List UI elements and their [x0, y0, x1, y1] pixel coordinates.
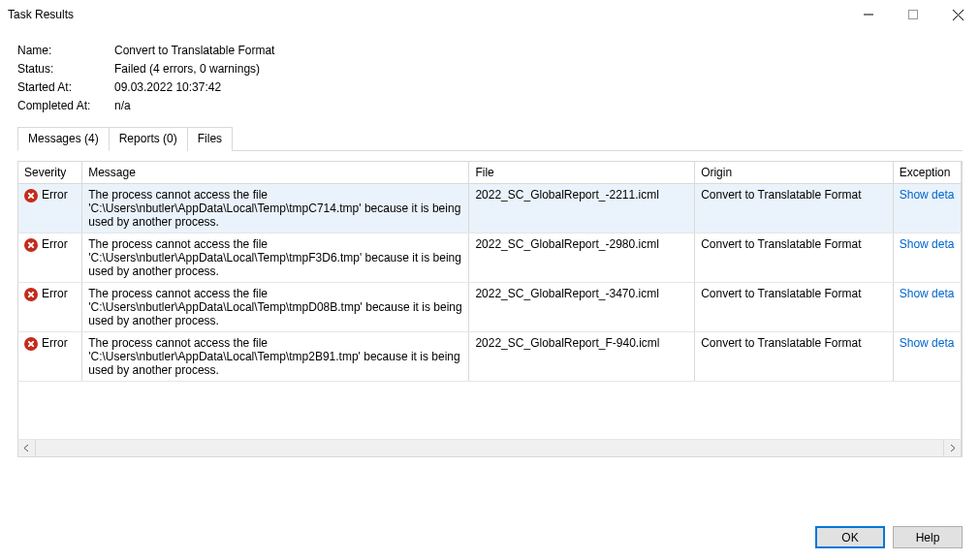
- error-icon: [24, 189, 38, 202]
- grid-empty-area: [18, 382, 962, 440]
- message-cell: The process cannot access the file 'C:\U…: [82, 332, 469, 382]
- help-button[interactable]: Help: [893, 526, 963, 548]
- table-row[interactable]: ErrorThe process cannot access the file …: [18, 332, 962, 382]
- message-cell: The process cannot access the file 'C:\U…: [82, 283, 469, 332]
- file-cell: 2022_SC_GlobalReport_F-940.icml: [469, 332, 695, 382]
- window-title: Task Results: [8, 8, 846, 21]
- scroll-track[interactable]: [36, 440, 943, 456]
- file-cell: 2022_SC_GlobalReport_-3470.icml: [469, 283, 695, 332]
- svg-rect-1: [909, 11, 918, 19]
- show-details-link[interactable]: Show deta: [900, 336, 955, 350]
- maximize-button[interactable]: [891, 0, 935, 29]
- messages-table: Severity Message File Origin Exception E…: [17, 161, 962, 440]
- error-icon: [24, 337, 38, 351]
- origin-cell: Convert to Translatable Format: [695, 184, 894, 233]
- table-row[interactable]: ErrorThe process cannot access the file …: [18, 184, 962, 233]
- status-value: Failed (4 errors, 0 warnings): [114, 62, 260, 76]
- error-icon: [24, 238, 38, 252]
- error-icon: [24, 288, 38, 301]
- name-label: Name:: [17, 44, 114, 57]
- col-origin[interactable]: Origin: [695, 162, 894, 184]
- severity-text: Error: [42, 188, 68, 202]
- status-label: Status:: [17, 62, 114, 76]
- horizontal-scrollbar[interactable]: [17, 440, 962, 457]
- tabstrip: Messages (4) Reports (0) Files: [17, 126, 963, 151]
- file-cell: 2022_SC_GlobalReport_-2211.icml: [469, 184, 695, 233]
- name-value: Convert to Translatable Format: [114, 44, 274, 57]
- message-cell: The process cannot access the file 'C:\U…: [82, 233, 469, 283]
- scroll-left-icon[interactable]: [18, 440, 36, 456]
- col-severity[interactable]: Severity: [18, 162, 82, 184]
- message-cell: The process cannot access the file 'C:\U…: [82, 184, 469, 233]
- close-button[interactable]: [935, 0, 980, 29]
- ok-button[interactable]: OK: [815, 526, 885, 548]
- titlebar: Task Results: [0, 0, 980, 29]
- severity-text: Error: [42, 336, 68, 350]
- col-exception[interactable]: Exception: [893, 162, 961, 184]
- minimize-button[interactable]: [846, 0, 891, 29]
- severity-text: Error: [42, 237, 68, 251]
- tab-files[interactable]: Files: [187, 127, 233, 151]
- col-message[interactable]: Message: [82, 162, 469, 184]
- tab-messages[interactable]: Messages (4): [17, 127, 110, 151]
- started-label: Started At:: [17, 80, 114, 94]
- origin-cell: Convert to Translatable Format: [695, 233, 894, 283]
- table-row[interactable]: ErrorThe process cannot access the file …: [18, 233, 962, 283]
- col-file[interactable]: File: [469, 162, 695, 184]
- file-cell: 2022_SC_GlobalReport_-2980.icml: [469, 233, 695, 283]
- scroll-right-icon[interactable]: [943, 440, 961, 456]
- table-row[interactable]: ErrorThe process cannot access the file …: [18, 283, 962, 332]
- tab-reports[interactable]: Reports (0): [109, 127, 188, 151]
- started-value: 09.03.2022 10:37:42: [114, 80, 221, 94]
- completed-label: Completed At:: [17, 99, 114, 112]
- show-details-link[interactable]: Show deta: [900, 287, 955, 300]
- origin-cell: Convert to Translatable Format: [695, 332, 894, 382]
- severity-text: Error: [42, 287, 68, 300]
- show-details-link[interactable]: Show deta: [900, 237, 955, 251]
- completed-value: n/a: [114, 99, 131, 112]
- show-details-link[interactable]: Show deta: [900, 188, 955, 202]
- origin-cell: Convert to Translatable Format: [695, 283, 894, 332]
